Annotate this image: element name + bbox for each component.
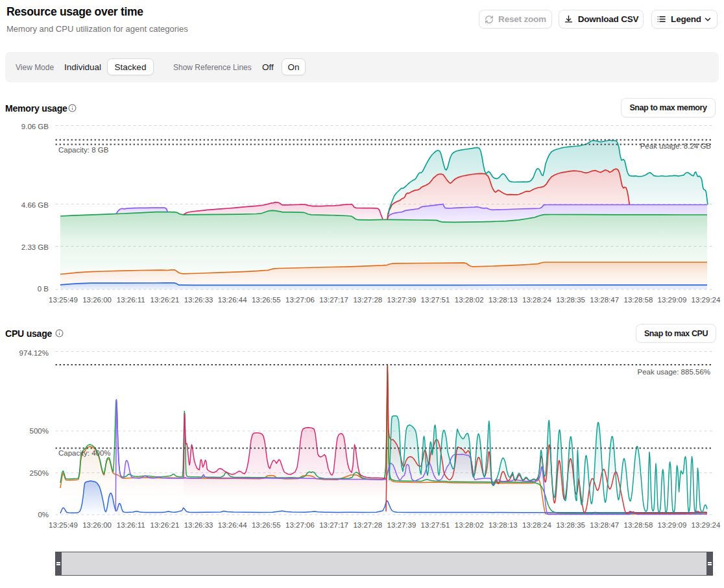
svg-text:0%: 0% <box>38 511 49 519</box>
svg-text:13:26:33: 13:26:33 <box>184 521 213 529</box>
svg-text:13:28:13: 13:28:13 <box>489 296 518 304</box>
svg-text:13:28:24: 13:28:24 <box>522 521 551 529</box>
svg-text:13:29:09: 13:29:09 <box>658 296 687 304</box>
svg-text:13:29:24: 13:29:24 <box>692 521 721 529</box>
svg-text:Capacity: 400%: Capacity: 400% <box>58 449 111 457</box>
svg-text:13:26:44: 13:26:44 <box>218 296 247 304</box>
svg-text:13:25:49: 13:25:49 <box>49 296 78 304</box>
svg-text:2.33 GB: 2.33 GB <box>21 243 49 251</box>
svg-text:13:27:17: 13:27:17 <box>319 521 348 529</box>
svg-text:13:27:06: 13:27:06 <box>285 296 315 304</box>
svg-text:13:27:51: 13:27:51 <box>421 296 450 304</box>
svg-text:13:27:39: 13:27:39 <box>387 296 416 304</box>
svg-text:500%: 500% <box>30 427 49 435</box>
svg-text:13:28:24: 13:28:24 <box>522 296 551 304</box>
svg-text:13:27:28: 13:27:28 <box>353 296 382 304</box>
svg-text:13:27:28: 13:27:28 <box>353 521 382 529</box>
svg-text:13:25:49: 13:25:49 <box>49 521 78 529</box>
svg-text:13:26:21: 13:26:21 <box>151 296 180 304</box>
svg-text:0 B: 0 B <box>38 285 49 293</box>
svg-text:13:26:33: 13:26:33 <box>184 296 213 304</box>
svg-text:13:28:35: 13:28:35 <box>556 521 585 529</box>
svg-text:13:26:11: 13:26:11 <box>117 521 145 529</box>
svg-text:13:29:24: 13:29:24 <box>692 296 721 304</box>
svg-text:Capacity: 8 GB: Capacity: 8 GB <box>58 146 109 154</box>
svg-text:13:28:47: 13:28:47 <box>590 521 619 529</box>
svg-text:974.12%: 974.12% <box>19 349 49 357</box>
svg-text:13:28:47: 13:28:47 <box>590 296 619 304</box>
svg-text:13:27:51: 13:27:51 <box>421 521 450 529</box>
svg-text:13:26:21: 13:26:21 <box>151 521 180 529</box>
svg-text:13:27:17: 13:27:17 <box>319 296 348 304</box>
svg-text:13:26:11: 13:26:11 <box>117 296 145 304</box>
svg-text:13:27:39: 13:27:39 <box>387 521 416 529</box>
svg-text:Peak usage: 8.24 GB: Peak usage: 8.24 GB <box>640 142 712 150</box>
svg-text:13:28:02: 13:28:02 <box>455 521 484 529</box>
svg-text:Peak usage: 885.56%: Peak usage: 885.56% <box>637 368 710 376</box>
svg-text:13:28:13: 13:28:13 <box>489 521 518 529</box>
svg-text:13:26:55: 13:26:55 <box>252 296 281 304</box>
svg-text:13:26:44: 13:26:44 <box>218 521 247 529</box>
svg-text:13:28:02: 13:28:02 <box>455 296 484 304</box>
svg-text:13:28:35: 13:28:35 <box>556 296 585 304</box>
svg-text:13:28:58: 13:28:58 <box>624 296 653 304</box>
svg-text:4.66 GB: 4.66 GB <box>21 201 49 209</box>
svg-text:13:27:06: 13:27:06 <box>285 521 315 529</box>
svg-text:13:29:09: 13:29:09 <box>658 521 687 529</box>
svg-text:13:26:00: 13:26:00 <box>82 521 112 529</box>
svg-text:9.06 GB: 9.06 GB <box>21 123 49 130</box>
svg-text:13:26:00: 13:26:00 <box>82 296 112 304</box>
svg-text:250%: 250% <box>30 469 49 477</box>
svg-text:13:28:58: 13:28:58 <box>624 521 653 529</box>
svg-text:13:26:55: 13:26:55 <box>252 521 281 529</box>
